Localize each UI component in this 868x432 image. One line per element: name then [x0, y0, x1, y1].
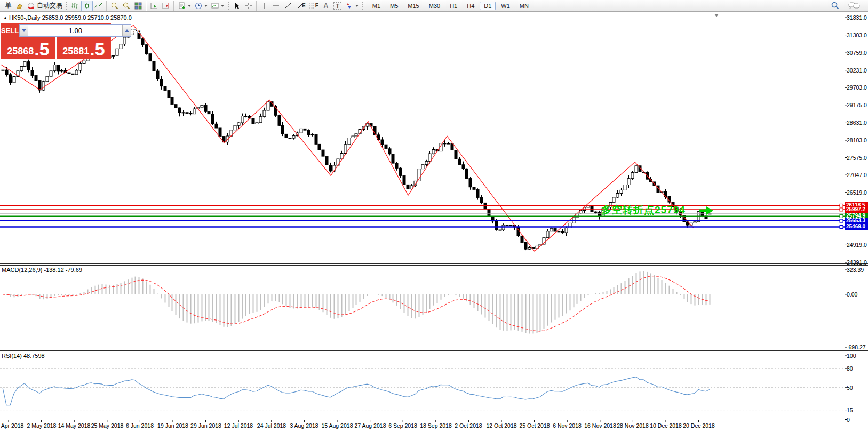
rsi-axis-label: 100 — [847, 353, 856, 359]
tile-windows-icon — [134, 2, 142, 10]
periods-button[interactable] — [193, 1, 209, 11]
timeframe-m5[interactable]: M5 — [386, 2, 402, 10]
timeframe-m1[interactable]: M1 — [368, 2, 385, 10]
crosshair-icon — [244, 2, 253, 10]
text-tool-button[interactable]: A — [320, 1, 332, 11]
horizontal-line-button[interactable] — [270, 1, 282, 11]
order-button-label: 单 — [5, 1, 12, 10]
volume-increase-button[interactable] — [122, 25, 131, 36]
macd-axis-label: 323.39 — [847, 267, 864, 273]
timeframe-h1[interactable]: H1 — [445, 2, 461, 10]
template-icon — [211, 2, 219, 10]
chat-icon — [848, 2, 860, 10]
toolbar-gripper — [227, 2, 229, 10]
line-chart-icon — [94, 2, 103, 10]
sell-button[interactable]: SELL — [1, 23, 19, 37]
arrows-tool-button[interactable] — [344, 1, 360, 11]
buy-button[interactable]: BUY — [132, 23, 146, 37]
candlestick-chart-button[interactable] — [81, 1, 93, 11]
rsi-axis-label: 15 — [847, 407, 853, 413]
cursor-button[interactable] — [231, 1, 243, 11]
gold-pouch-button[interactable] — [13, 1, 25, 11]
bar-chart-button[interactable] — [69, 1, 81, 11]
date-label: 19 Apr 2018 — [0, 422, 23, 429]
sell-price: 25868.5 — [1, 37, 55, 59]
zoom-out-button[interactable] — [121, 1, 132, 11]
date-label: 2 Oct 2018 — [455, 422, 482, 429]
annotation-text[interactable]: 多空转折点25794 — [601, 203, 686, 217]
macd-label: MACD(12,26,9) -138.12 -79.69 — [2, 267, 82, 273]
price-axis[interactable]: 26118.525997.225794.925653.325469.031831… — [845, 0, 868, 420]
date-label: 12 Jul 2018 — [224, 422, 253, 429]
price-axis-label: 30231.0 — [847, 67, 867, 74]
autotrading-label: 自动交易 — [37, 1, 62, 10]
bar-chart-icon — [71, 2, 79, 10]
buy-price-int: 25881 — [62, 45, 89, 57]
autotrading-button[interactable]: 自动交易 — [25, 1, 64, 11]
timeframe-m15[interactable]: M15 — [403, 2, 423, 10]
buy-button-label: BUY — [132, 27, 146, 35]
zoom-in-icon — [110, 2, 119, 10]
date-label: 19 Jun 2018 — [157, 422, 188, 429]
crosshair-button[interactable] — [243, 1, 254, 11]
tile-windows-button[interactable] — [132, 1, 144, 11]
timeframe-m30[interactable]: M30 — [425, 2, 444, 10]
toolbar-separator — [173, 1, 174, 11]
zoom-in-button[interactable] — [109, 1, 121, 11]
chart-canvas[interactable] — [0, 0, 868, 432]
indicators-icon — [178, 2, 186, 10]
macd-axis-label: 0.00 — [847, 291, 857, 298]
order-button[interactable]: 单 — [2, 1, 13, 11]
price-axis-label: 26519.0 — [847, 189, 867, 196]
dropdown-caret — [221, 5, 224, 7]
price-axis-label: 28631.0 — [847, 119, 867, 126]
timeframe-mn[interactable]: MN — [515, 2, 533, 10]
price-axis-label: 27575.0 — [847, 155, 867, 161]
timeframe-w1[interactable]: W1 — [497, 2, 514, 10]
indicators-button[interactable] — [176, 1, 193, 11]
volume-input[interactable] — [28, 27, 122, 35]
zoom-out-icon — [122, 2, 131, 10]
candlestick-chart-icon — [83, 2, 91, 10]
chart-collapse-icon: ▲ — [3, 15, 7, 20]
timeframe-d1[interactable]: D1 — [480, 2, 496, 10]
text-tool-icon: A — [323, 2, 328, 10]
time-axis[interactable]: 19 Apr 20182 May 201814 May 201825 May 2… — [0, 420, 845, 432]
date-label: 24 Jul 2018 — [257, 422, 286, 429]
date-label: 14 May 2018 — [58, 422, 91, 429]
rsi-label: RSI(14) 48.7598 — [2, 353, 45, 359]
date-label: 20 Dec 2018 — [683, 422, 715, 429]
timeframe-h4[interactable]: H4 — [463, 2, 479, 10]
channel-button[interactable]: E — [294, 1, 307, 11]
date-label: 18 Sep 2018 — [420, 422, 452, 429]
line-chart-button[interactable] — [93, 1, 105, 11]
trade-panel-controls: SELL BUY — [1, 23, 111, 37]
horizontal-line-icon — [272, 2, 281, 10]
autoscroll-button[interactable] — [148, 1, 160, 11]
date-label: 25 May 2018 — [91, 422, 124, 429]
toolbar-separator — [146, 1, 147, 11]
trendline-button[interactable] — [282, 1, 294, 11]
dropdown-caret — [355, 5, 359, 7]
buy-price: 25881.5 — [57, 37, 111, 59]
price-axis-label: 31831.0 — [847, 14, 867, 21]
fibonacci-icon — [309, 2, 315, 10]
vertical-line-button[interactable] — [259, 1, 270, 11]
one-click-trading-panel: SELL BUY 25868.5 25881.5 — [1, 23, 111, 59]
search-button[interactable] — [829, 1, 841, 11]
volume-decrease-button[interactable] — [20, 25, 28, 36]
toolbar-separator — [106, 1, 107, 11]
date-label: 29 Jun 2018 — [190, 422, 221, 429]
text-label-button[interactable]: T — [332, 1, 344, 11]
sell-price-frac: .5 — [34, 41, 49, 57]
chart-shift-button[interactable] — [160, 1, 172, 11]
date-label: 27 Aug 2018 — [355, 422, 386, 429]
fibonacci-button[interactable]: F — [307, 1, 320, 11]
date-label: 6 Jun 2018 — [126, 422, 154, 429]
search-icon — [831, 1, 840, 10]
templates-button[interactable] — [209, 1, 226, 11]
chart-title-text: HK50-,Daily 25853.0 25959.0 25710.0 2587… — [9, 14, 132, 21]
gold-pouch-icon — [15, 2, 23, 10]
toolbar-right-group — [829, 1, 866, 11]
chat-button[interactable] — [847, 1, 862, 11]
